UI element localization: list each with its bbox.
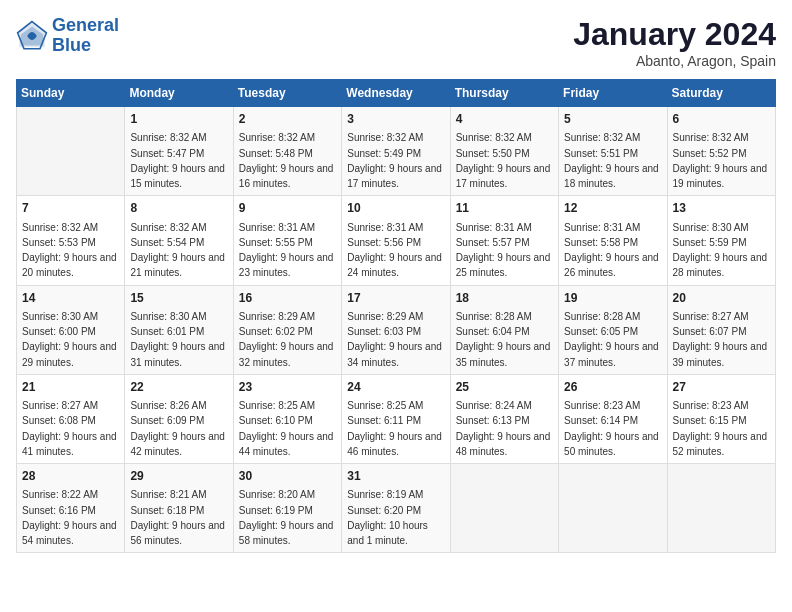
- month-title: January 2024: [573, 16, 776, 53]
- calendar-cell: 17 Sunrise: 8:29 AMSunset: 6:03 PMDaylig…: [342, 285, 450, 374]
- calendar-cell: 25 Sunrise: 8:24 AMSunset: 6:13 PMDaylig…: [450, 374, 558, 463]
- day-number: 15: [130, 290, 227, 307]
- calendar-cell: 30 Sunrise: 8:20 AMSunset: 6:19 PMDaylig…: [233, 464, 341, 553]
- header-thursday: Thursday: [450, 80, 558, 107]
- day-number: 5: [564, 111, 661, 128]
- day-number: 2: [239, 111, 336, 128]
- calendar-cell: 19 Sunrise: 8:28 AMSunset: 6:05 PMDaylig…: [559, 285, 667, 374]
- day-number: 31: [347, 468, 444, 485]
- cell-info: Sunrise: 8:23 AMSunset: 6:14 PMDaylight:…: [564, 400, 659, 457]
- calendar-cell: 11 Sunrise: 8:31 AMSunset: 5:57 PMDaylig…: [450, 196, 558, 285]
- week-row-3: 14 Sunrise: 8:30 AMSunset: 6:00 PMDaylig…: [17, 285, 776, 374]
- calendar-cell: 22 Sunrise: 8:26 AMSunset: 6:09 PMDaylig…: [125, 374, 233, 463]
- title-block: January 2024 Abanto, Aragon, Spain: [573, 16, 776, 69]
- day-number: 6: [673, 111, 770, 128]
- cell-info: Sunrise: 8:31 AMSunset: 5:55 PMDaylight:…: [239, 222, 334, 279]
- day-number: 30: [239, 468, 336, 485]
- day-number: 26: [564, 379, 661, 396]
- cell-info: Sunrise: 8:19 AMSunset: 6:20 PMDaylight:…: [347, 489, 428, 546]
- cell-info: Sunrise: 8:25 AMSunset: 6:10 PMDaylight:…: [239, 400, 334, 457]
- day-number: 11: [456, 200, 553, 217]
- location: Abanto, Aragon, Spain: [573, 53, 776, 69]
- cell-info: Sunrise: 8:24 AMSunset: 6:13 PMDaylight:…: [456, 400, 551, 457]
- week-row-5: 28 Sunrise: 8:22 AMSunset: 6:16 PMDaylig…: [17, 464, 776, 553]
- cell-info: Sunrise: 8:28 AMSunset: 6:05 PMDaylight:…: [564, 311, 659, 368]
- day-number: 10: [347, 200, 444, 217]
- cell-info: Sunrise: 8:31 AMSunset: 5:58 PMDaylight:…: [564, 222, 659, 279]
- calendar-cell: [667, 464, 775, 553]
- calendar-header: Sunday Monday Tuesday Wednesday Thursday…: [17, 80, 776, 107]
- page-header: General Blue January 2024 Abanto, Aragon…: [16, 16, 776, 69]
- day-number: 14: [22, 290, 119, 307]
- day-number: 27: [673, 379, 770, 396]
- day-number: 21: [22, 379, 119, 396]
- cell-info: Sunrise: 8:30 AMSunset: 5:59 PMDaylight:…: [673, 222, 768, 279]
- cell-info: Sunrise: 8:31 AMSunset: 5:56 PMDaylight:…: [347, 222, 442, 279]
- day-number: 19: [564, 290, 661, 307]
- calendar-cell: 9 Sunrise: 8:31 AMSunset: 5:55 PMDayligh…: [233, 196, 341, 285]
- calendar-cell: 12 Sunrise: 8:31 AMSunset: 5:58 PMDaylig…: [559, 196, 667, 285]
- cell-info: Sunrise: 8:32 AMSunset: 5:54 PMDaylight:…: [130, 222, 225, 279]
- cell-info: Sunrise: 8:32 AMSunset: 5:49 PMDaylight:…: [347, 132, 442, 189]
- day-number: 9: [239, 200, 336, 217]
- week-row-2: 7 Sunrise: 8:32 AMSunset: 5:53 PMDayligh…: [17, 196, 776, 285]
- calendar-cell: 26 Sunrise: 8:23 AMSunset: 6:14 PMDaylig…: [559, 374, 667, 463]
- calendar-cell: 2 Sunrise: 8:32 AMSunset: 5:48 PMDayligh…: [233, 107, 341, 196]
- calendar-cell: 27 Sunrise: 8:23 AMSunset: 6:15 PMDaylig…: [667, 374, 775, 463]
- logo: General Blue: [16, 16, 119, 56]
- calendar-cell: 20 Sunrise: 8:27 AMSunset: 6:07 PMDaylig…: [667, 285, 775, 374]
- calendar-cell: 1 Sunrise: 8:32 AMSunset: 5:47 PMDayligh…: [125, 107, 233, 196]
- calendar-cell: 6 Sunrise: 8:32 AMSunset: 5:52 PMDayligh…: [667, 107, 775, 196]
- header-saturday: Saturday: [667, 80, 775, 107]
- cell-info: Sunrise: 8:29 AMSunset: 6:02 PMDaylight:…: [239, 311, 334, 368]
- cell-info: Sunrise: 8:20 AMSunset: 6:19 PMDaylight:…: [239, 489, 334, 546]
- cell-info: Sunrise: 8:32 AMSunset: 5:48 PMDaylight:…: [239, 132, 334, 189]
- header-monday: Monday: [125, 80, 233, 107]
- cell-info: Sunrise: 8:27 AMSunset: 6:07 PMDaylight:…: [673, 311, 768, 368]
- cell-info: Sunrise: 8:22 AMSunset: 6:16 PMDaylight:…: [22, 489, 117, 546]
- cell-info: Sunrise: 8:27 AMSunset: 6:08 PMDaylight:…: [22, 400, 117, 457]
- calendar-cell: 10 Sunrise: 8:31 AMSunset: 5:56 PMDaylig…: [342, 196, 450, 285]
- day-number: 20: [673, 290, 770, 307]
- calendar-cell: 16 Sunrise: 8:29 AMSunset: 6:02 PMDaylig…: [233, 285, 341, 374]
- calendar-cell: [450, 464, 558, 553]
- cell-info: Sunrise: 8:32 AMSunset: 5:51 PMDaylight:…: [564, 132, 659, 189]
- logo-line1: General: [52, 15, 119, 35]
- day-number: 23: [239, 379, 336, 396]
- cell-info: Sunrise: 8:23 AMSunset: 6:15 PMDaylight:…: [673, 400, 768, 457]
- calendar-cell: 31 Sunrise: 8:19 AMSunset: 6:20 PMDaylig…: [342, 464, 450, 553]
- header-row: Sunday Monday Tuesday Wednesday Thursday…: [17, 80, 776, 107]
- calendar-body: 1 Sunrise: 8:32 AMSunset: 5:47 PMDayligh…: [17, 107, 776, 553]
- cell-info: Sunrise: 8:32 AMSunset: 5:52 PMDaylight:…: [673, 132, 768, 189]
- day-number: 29: [130, 468, 227, 485]
- cell-info: Sunrise: 8:32 AMSunset: 5:47 PMDaylight:…: [130, 132, 225, 189]
- cell-info: Sunrise: 8:32 AMSunset: 5:50 PMDaylight:…: [456, 132, 551, 189]
- calendar-cell: 3 Sunrise: 8:32 AMSunset: 5:49 PMDayligh…: [342, 107, 450, 196]
- calendar-cell: 15 Sunrise: 8:30 AMSunset: 6:01 PMDaylig…: [125, 285, 233, 374]
- cell-info: Sunrise: 8:30 AMSunset: 6:01 PMDaylight:…: [130, 311, 225, 368]
- day-number: 16: [239, 290, 336, 307]
- logo-text: General Blue: [52, 16, 119, 56]
- week-row-4: 21 Sunrise: 8:27 AMSunset: 6:08 PMDaylig…: [17, 374, 776, 463]
- calendar-cell: [17, 107, 125, 196]
- cell-info: Sunrise: 8:26 AMSunset: 6:09 PMDaylight:…: [130, 400, 225, 457]
- cell-info: Sunrise: 8:32 AMSunset: 5:53 PMDaylight:…: [22, 222, 117, 279]
- calendar-cell: 24 Sunrise: 8:25 AMSunset: 6:11 PMDaylig…: [342, 374, 450, 463]
- header-friday: Friday: [559, 80, 667, 107]
- calendar-cell: [559, 464, 667, 553]
- day-number: 7: [22, 200, 119, 217]
- calendar-cell: 21 Sunrise: 8:27 AMSunset: 6:08 PMDaylig…: [17, 374, 125, 463]
- cell-info: Sunrise: 8:28 AMSunset: 6:04 PMDaylight:…: [456, 311, 551, 368]
- cell-info: Sunrise: 8:21 AMSunset: 6:18 PMDaylight:…: [130, 489, 225, 546]
- logo-line2: Blue: [52, 35, 91, 55]
- logo-icon: [16, 20, 48, 52]
- day-number: 22: [130, 379, 227, 396]
- page-container: General Blue January 2024 Abanto, Aragon…: [0, 0, 792, 561]
- calendar-cell: 29 Sunrise: 8:21 AMSunset: 6:18 PMDaylig…: [125, 464, 233, 553]
- calendar-cell: 28 Sunrise: 8:22 AMSunset: 6:16 PMDaylig…: [17, 464, 125, 553]
- day-number: 1: [130, 111, 227, 128]
- calendar-cell: 4 Sunrise: 8:32 AMSunset: 5:50 PMDayligh…: [450, 107, 558, 196]
- day-number: 18: [456, 290, 553, 307]
- day-number: 24: [347, 379, 444, 396]
- calendar-table: Sunday Monday Tuesday Wednesday Thursday…: [16, 79, 776, 553]
